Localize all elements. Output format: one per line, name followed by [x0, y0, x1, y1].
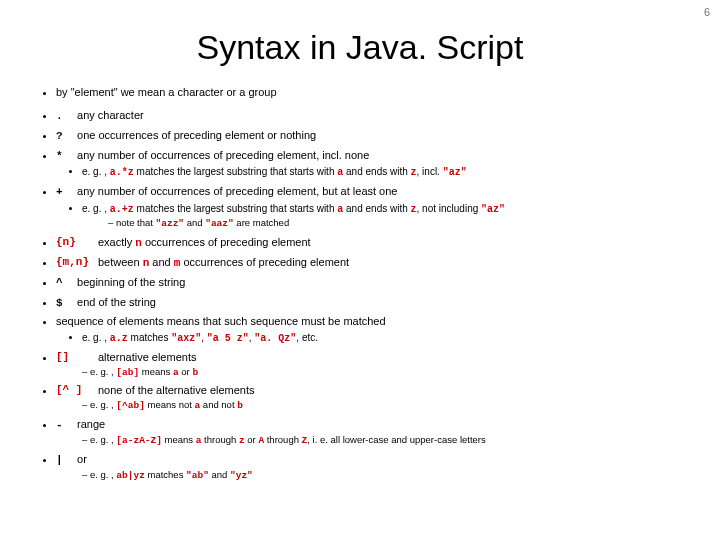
code: "az"	[443, 167, 467, 178]
symbol: -	[56, 418, 74, 433]
item-caret: ^ beginning of the string	[56, 275, 682, 291]
item-plus: + any number of occurrences of preceding…	[56, 184, 682, 231]
text: through	[201, 434, 239, 445]
text: or	[245, 434, 259, 445]
text: means not	[145, 399, 195, 410]
description: any character	[77, 109, 144, 121]
item-dollar: $ end of the string	[56, 295, 682, 311]
content-area: by "element" we mean a character or a gr…	[0, 85, 720, 482]
text: matches	[145, 469, 186, 480]
example: e. g. , [a-zA-Z] means a through z or A …	[82, 434, 682, 448]
example: e. g. , a.+z matches the largest substri…	[82, 202, 682, 231]
code: b	[237, 400, 243, 411]
text: and ends with	[343, 166, 410, 177]
description: sequence of elements means that such seq…	[56, 315, 386, 327]
example: e. g. , [ab] means a or b	[82, 366, 682, 380]
example: e. g. , [^ab] means not a and not b	[82, 399, 682, 413]
text: , i. e. all lower-case and upper-case le…	[307, 434, 485, 445]
code: "ab"	[186, 470, 209, 481]
intro-item: by "element" we mean a character or a gr…	[56, 85, 682, 100]
bullet-list: by "element" we mean a character or a gr…	[38, 85, 682, 482]
description: end of the string	[77, 296, 156, 308]
text: , not including	[417, 203, 482, 214]
text: and	[209, 469, 230, 480]
code: "a 5 z"	[207, 333, 249, 344]
text: through	[264, 434, 302, 445]
description: one occurrences of preceding element or …	[77, 129, 316, 141]
symbol: ?	[56, 129, 74, 144]
text: matches the largest substring that start…	[134, 166, 337, 177]
text: means	[139, 366, 173, 377]
description: beginning of the string	[77, 276, 185, 288]
text: or	[179, 366, 193, 377]
description: any number of occurrences of preceding e…	[77, 149, 369, 161]
item-pipe: | or e. g. , ab|yz matches "ab" and "yz"	[56, 452, 682, 483]
symbol: ^	[56, 276, 74, 291]
symbol: *	[56, 149, 74, 164]
code: "a. Qz"	[254, 333, 296, 344]
text: e. g. ,	[90, 469, 116, 480]
note: note that "azz" and "aaz" are matched	[108, 217, 682, 231]
example: e. g. , a.z matches "axz", "a 5 z", "a. …	[82, 331, 682, 346]
text: e. g. ,	[90, 434, 116, 445]
text: and	[184, 217, 205, 228]
code: [a-zA-Z]	[116, 435, 162, 446]
description: or	[77, 453, 87, 465]
page-title: Syntax in Java. Script	[0, 28, 720, 67]
symbol: +	[56, 185, 74, 200]
text: e. g. ,	[82, 203, 110, 214]
text: between	[98, 256, 143, 268]
text: e. g. ,	[82, 332, 110, 343]
text: exactly	[98, 236, 135, 248]
item-dash: - range e. g. , [a-zA-Z] means a through…	[56, 417, 682, 448]
description: alternative elements	[98, 351, 196, 363]
item-dot: . any character	[56, 108, 682, 124]
text: e. g. ,	[90, 366, 116, 377]
text: matches	[128, 332, 171, 343]
code: [ab]	[116, 367, 139, 378]
example: e. g. , ab|yz matches "ab" and "yz"	[82, 469, 682, 483]
text: and ends with	[343, 203, 410, 214]
code: "az"	[481, 204, 505, 215]
text: matches the largest substring that start…	[134, 203, 337, 214]
code: "axz"	[171, 333, 201, 344]
symbol: [^ ]	[56, 383, 98, 398]
code: "azz"	[156, 218, 185, 229]
code: b	[192, 367, 198, 378]
description: any number of occurrences of preceding e…	[77, 185, 397, 197]
item-neg-brackets: [^ ]none of the alternative elements e. …	[56, 383, 682, 413]
intro-text: by "element" we mean a character or a gr…	[56, 86, 277, 98]
code: ab|yz	[116, 470, 145, 481]
item-brace-n: {n}exactly n occurrences of preceding el…	[56, 235, 682, 251]
text: means	[162, 434, 196, 445]
item-brackets: []alternative elements e. g. , [ab] mean…	[56, 350, 682, 380]
item-sequence: sequence of elements means that such seq…	[56, 314, 682, 345]
item-question: ? one occurrences of preceding element o…	[56, 128, 682, 144]
symbol: $	[56, 296, 74, 311]
description: range	[77, 418, 105, 430]
symbol: |	[56, 453, 74, 468]
text: and	[149, 256, 173, 268]
code: [^ab]	[116, 400, 145, 411]
text: occurrences of preceding element	[180, 256, 349, 268]
item-brace-mn: {m,n}between n and m occurrences of prec…	[56, 255, 682, 271]
text: , incl.	[417, 166, 443, 177]
example: e. g. , a.*z matches the largest substri…	[82, 165, 682, 180]
code: a.*z	[110, 167, 134, 178]
text: and not	[200, 399, 237, 410]
text: occurrences of preceding element	[142, 236, 311, 248]
symbol: .	[56, 109, 74, 124]
code: "yz"	[230, 470, 253, 481]
text: e. g. ,	[82, 166, 110, 177]
code: a.+z	[110, 204, 134, 215]
description: none of the alternative elements	[98, 384, 255, 396]
code: a.z	[110, 333, 128, 344]
symbol: {m,n}	[56, 255, 98, 270]
code: "aaz"	[205, 218, 234, 229]
text: , etc.	[296, 332, 318, 343]
code: n	[135, 237, 142, 249]
text: are matched	[234, 217, 289, 228]
item-star: * any number of occurrences of preceding…	[56, 148, 682, 180]
symbol: {n}	[56, 235, 98, 250]
text: note that	[116, 217, 156, 228]
